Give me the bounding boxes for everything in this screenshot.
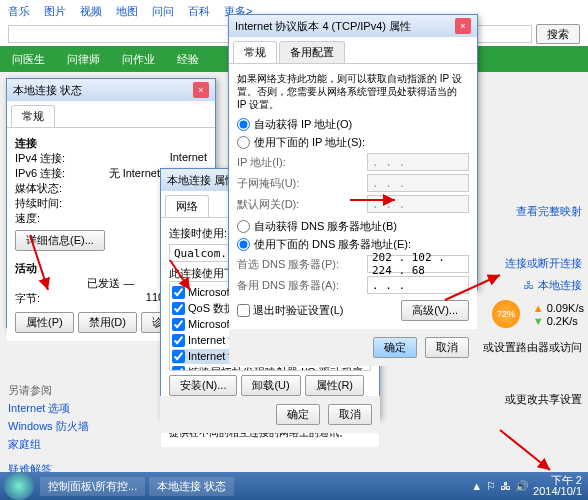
tab-general[interactable]: 常规 [11, 105, 55, 127]
link-internet-options[interactable]: Internet 选项 [8, 401, 89, 416]
ipv4-intro-text: 如果网络支持此功能，则可以获取自动指派的 IP 设置。否则，您需要从网络系统管理… [237, 72, 469, 111]
item-properties-button[interactable]: 属性(R) [305, 375, 364, 396]
radio-manual-ip[interactable] [237, 136, 250, 149]
chk-item[interactable] [172, 302, 185, 315]
link-firewall[interactable]: Windows 防火墙 [8, 419, 89, 434]
tab-general-ipv4[interactable]: 常规 [233, 41, 277, 63]
network-icon: 🖧 [523, 274, 534, 296]
tab-network[interactable]: 网络 [165, 195, 209, 217]
radio-auto-ip-label: 自动获得 IP 地址(O) [254, 117, 352, 132]
nav-video[interactable]: 视频 [80, 4, 102, 19]
details-button[interactable]: 详细信息(E)... [15, 230, 105, 251]
link-full-map[interactable]: 查看完整映射 [483, 200, 582, 222]
taskbar-item-control-panel[interactable]: 控制面板\所有控... [40, 477, 145, 496]
props-ok-button[interactable]: 确定 [276, 404, 320, 425]
window-title: 本地连接 状态 [13, 83, 82, 98]
text-router-setup: 或设置路由器或访问 [483, 336, 582, 358]
dns2-label: 备用 DNS 服务器(A): [237, 278, 367, 293]
nav-map[interactable]: 地图 [116, 4, 138, 19]
link-homegroup[interactable]: 家庭组 [8, 437, 89, 452]
chk-item[interactable] [172, 334, 185, 347]
tray-volume-icon[interactable]: 🔊 [515, 480, 529, 493]
link-local-connection[interactable]: 本地连接 [538, 274, 582, 296]
close-icon[interactable]: × [455, 18, 471, 34]
chk-item[interactable] [172, 318, 185, 331]
subnet-mask-field: . . . [367, 174, 469, 192]
chk-item[interactable] [172, 286, 185, 299]
gateway-field: . . . [367, 195, 469, 213]
tray-icon[interactable]: ⚐ [486, 480, 496, 493]
ipv4-label: IPv4 连接: [15, 151, 65, 166]
titlebar-ipv4[interactable]: Internet 协议版本 4 (TCP/IPv4) 属性 × [229, 15, 477, 37]
close-icon[interactable]: × [193, 82, 209, 98]
titlebar-local-status[interactable]: 本地连接 状态 × [7, 79, 215, 101]
chk-item[interactable] [172, 350, 185, 363]
section-connection: 连接 [15, 136, 207, 151]
svg-line-4 [500, 430, 550, 470]
nav-music[interactable]: 音乐 [8, 4, 30, 19]
percent-badge: 72% [492, 300, 520, 328]
dns1-label: 首选 DNS 服务器(P): [237, 257, 367, 272]
chk-item[interactable] [172, 366, 185, 371]
start-button[interactable] [4, 472, 34, 500]
tray-network-icon[interactable]: 🖧 [500, 480, 511, 492]
ipv6-label: IPv6 连接: [15, 166, 65, 181]
net-up-speed: ▲ 0.09K/s [533, 302, 584, 315]
cat-lawyer[interactable]: 问律师 [67, 52, 100, 67]
advanced-button[interactable]: 高级(V)... [401, 300, 469, 321]
net-down-speed: ▼ 0.2K/s [533, 315, 584, 328]
ipv4-properties-dialog: Internet 协议版本 4 (TCP/IPv4) 属性 × 常规 备用配置 … [228, 14, 478, 290]
cat-exp[interactable]: 经验 [177, 52, 199, 67]
tab-alternate[interactable]: 备用配置 [279, 41, 345, 63]
cat-homework[interactable]: 问作业 [122, 52, 155, 67]
see-also-heading: 另请参阅 [8, 383, 89, 398]
ipv4-cancel-button[interactable]: 取消 [425, 337, 469, 358]
window-title: Internet 协议版本 4 (TCP/IPv4) 属性 [235, 19, 411, 34]
radio-manual-dns-label: 使用下面的 DNS 服务器地址(E): [254, 237, 411, 252]
text-share-settings: 或更改共享设置 [483, 388, 582, 410]
dns2-field[interactable]: . . . [367, 276, 469, 294]
ip-address-label: IP 地址(I): [237, 155, 367, 170]
properties-button[interactable]: 属性(P) [15, 312, 74, 333]
system-tray[interactable]: ▲ ⚐ 🖧 🔊 下午 2 2014/10/1 [465, 475, 588, 497]
taskbar-item-local-conn[interactable]: 本地连接 状态 [149, 477, 234, 496]
subnet-mask-label: 子网掩码(U): [237, 176, 367, 191]
window-title: 本地连接 属性 [167, 173, 236, 188]
taskbar[interactable]: 控制面板\所有控... 本地连接 状态 ▲ ⚐ 🖧 🔊 下午 2 2014/10… [0, 472, 588, 500]
ipv4-ok-button[interactable]: 确定 [373, 337, 417, 358]
disable-button[interactable]: 禁用(D) [78, 312, 137, 333]
link-connect-disconnect[interactable]: 连接或断开连接 [483, 252, 582, 274]
ipv4-value: Internet [170, 151, 207, 166]
bytes-label: 字节: [15, 291, 40, 306]
tray-icon[interactable]: ▲ [471, 480, 482, 492]
dns1-field[interactable]: 202 . 102 . 224 . 68 [367, 255, 469, 273]
gateway-label: 默认网关(D): [237, 197, 367, 212]
radio-auto-ip[interactable] [237, 118, 250, 131]
radio-auto-dns-label: 自动获得 DNS 服务器地址(B) [254, 219, 397, 234]
chk-validate[interactable] [237, 304, 250, 317]
clock-date: 2014/10/1 [533, 486, 582, 497]
nav-ask[interactable]: 问问 [152, 4, 174, 19]
search-button[interactable]: 搜索 [536, 24, 580, 44]
radio-manual-ip-label: 使用下面的 IP 地址(S): [254, 135, 365, 150]
chk-validate-label: 退出时验证设置(L) [253, 303, 343, 318]
props-cancel-button[interactable]: 取消 [328, 404, 372, 425]
ip-address-field: . . . [367, 153, 469, 171]
radio-auto-dns[interactable] [237, 220, 250, 233]
nav-image[interactable]: 图片 [44, 4, 66, 19]
uninstall-button[interactable]: 卸载(U) [241, 375, 300, 396]
radio-manual-dns[interactable] [237, 238, 250, 251]
cat-doctor[interactable]: 问医生 [12, 52, 45, 67]
see-also-section: 另请参阅 Internet 选项 Windows 防火墙 家庭组 疑难解答 [8, 380, 89, 480]
nav-wiki[interactable]: 百科 [188, 4, 210, 19]
install-button[interactable]: 安装(N)... [169, 375, 237, 396]
